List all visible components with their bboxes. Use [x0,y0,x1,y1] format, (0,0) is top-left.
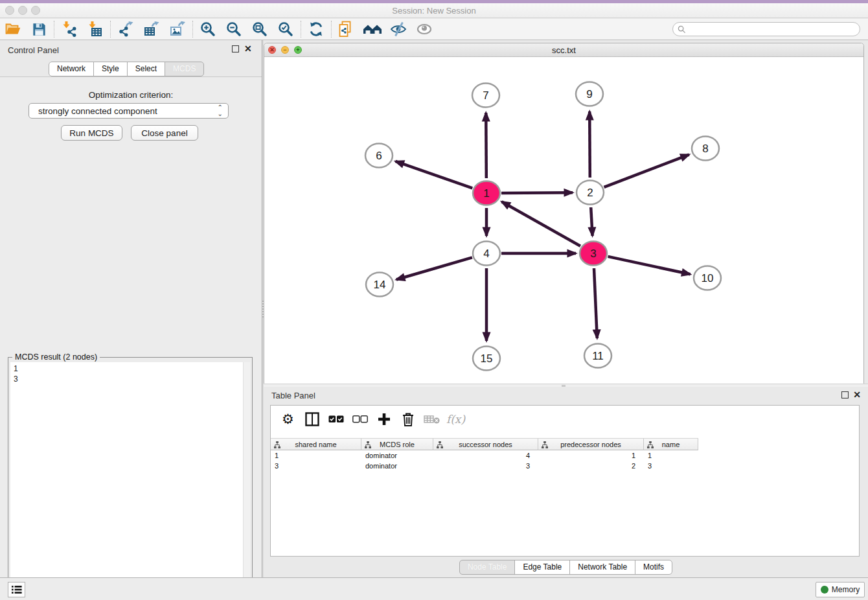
add-column-icon[interactable] [372,408,396,430]
graph-edge-4-14[interactable] [396,257,472,279]
table-cell[interactable]: 3 [644,461,698,471]
hide-selected-icon[interactable] [385,19,411,39]
column-header-name[interactable]: name [644,438,698,450]
run-mcds-button[interactable]: Run MCDS [61,125,122,141]
column-header-successor-nodes[interactable]: successor nodes [433,438,538,450]
graph-edge-2-9[interactable] [589,111,590,178]
graph-node-10[interactable]: 10 [694,266,721,290]
graph-edge-3-1[interactable] [502,202,581,246]
search-input[interactable] [686,23,860,35]
graph-node-6[interactable]: 6 [365,144,393,168]
tab-network[interactable]: Network [49,62,94,76]
mcds-result-box: MCDS result (2 nodes) 13 [8,357,253,600]
table-row[interactable]: 3dominator323 [271,461,859,471]
graph-node-14[interactable]: 14 [366,273,393,297]
table-close-icon[interactable]: ✕ [853,390,861,399]
table-cell[interactable]: dominator [361,461,433,471]
graph-edge-3-10[interactable] [608,257,691,274]
tab-style[interactable]: Style [93,62,128,76]
show-graphics-details-icon[interactable] [411,19,437,39]
column-header-label: name [662,441,680,448]
column-header-shared-name[interactable]: shared name [271,438,361,450]
graph-node-1[interactable]: 1 [473,181,500,205]
table-cell[interactable]: 2 [538,461,644,471]
column-header-MCDS-role[interactable]: MCDS role [361,438,433,450]
search-box[interactable] [672,22,860,36]
table-cell[interactable]: dominator [361,450,433,461]
import-network-icon[interactable] [56,19,82,39]
close-panel-icon[interactable]: ✕ [244,44,252,53]
table-cell[interactable]: 3 [271,461,361,471]
table-tabs: Node TableEdge TableNetwork TableMotifs [264,560,868,575]
delete-column-icon[interactable] [396,408,420,430]
open-session-icon[interactable] [0,19,26,39]
table-cell[interactable]: 1 [271,450,361,461]
function-builder-icon[interactable]: f(x) [444,408,468,430]
tab-motifs[interactable]: Motifs [635,560,672,575]
graph-node-15[interactable]: 15 [473,347,500,371]
optimization-select[interactable]: strongly connected component ⌃⌄ [29,103,229,119]
result-scrollbar[interactable] [243,362,250,599]
tab-node-table[interactable]: Node Table [459,560,516,575]
search-icon [678,25,686,34]
table-toolbar: ⚙ f(x) [271,406,859,433]
delete-table-icon[interactable] [420,408,444,430]
graph-edge-2-8[interactable] [604,155,689,187]
float-panel-icon[interactable] [232,45,239,52]
table-cell[interactable]: 1 [644,450,698,461]
graph-node-7[interactable]: 7 [472,84,499,108]
deselect-all-icon[interactable] [348,408,372,430]
graph-node-label: 15 [481,352,493,365]
tab-edge-table[interactable]: Edge Table [514,560,570,575]
refresh-icon[interactable] [303,19,329,39]
network-canvas[interactable]: 7968124314101511 [264,57,863,384]
export-table-icon[interactable] [139,19,165,39]
zoom-selected-icon[interactable] [273,19,299,39]
graph-edge-2-3[interactable] [591,207,592,236]
column-header-predecessor-nodes[interactable]: predecessor nodes [538,438,644,450]
column-tree-icon [274,441,280,448]
select-all-icon[interactable] [324,408,348,430]
graph-edge-1-7[interactable] [486,113,486,178]
graph-node-4[interactable]: 4 [473,242,500,266]
graph-node-11[interactable]: 11 [584,344,611,368]
gear-icon[interactable]: ⚙ [276,408,300,430]
mcds-result-list[interactable]: 13 [10,362,250,599]
graph-edge-1-2[interactable] [501,192,573,193]
graph-edge-3-11[interactable] [594,268,597,338]
zoom-out-icon[interactable] [221,19,247,39]
graph-node-3[interactable]: 3 [580,242,607,266]
tab-network-table[interactable]: Network Table [569,560,635,575]
table-row[interactable]: 1dominator411 [271,450,859,461]
table-cell[interactable]: 4 [433,450,538,461]
export-image-icon[interactable] [165,19,190,39]
table-cell[interactable]: 3 [433,461,538,471]
table-float-icon[interactable] [841,391,849,398]
titlebar[interactable]: Session: New Session [0,3,868,18]
table-cell[interactable]: 1 [538,450,644,461]
network-window[interactable]: ✕ − + scc.txt 7968124314101511 [264,43,864,384]
toolbar-separator [110,21,111,38]
graph-edge-1-6[interactable] [396,161,473,189]
zoom-in-icon[interactable] [195,19,221,39]
new-network-from-selection-icon[interactable] [334,19,360,39]
import-table-icon[interactable] [82,19,108,39]
save-session-icon[interactable] [26,19,52,39]
network-window-titlebar[interactable]: ✕ − + scc.txt [264,43,863,57]
memory-button[interactable]: Memory [816,582,865,597]
close-panel-button[interactable]: Close panel [131,125,198,141]
control-panel-title: Control Panel [8,45,59,55]
optimization-criterion-label: Optimization criterion: [0,90,262,100]
zoom-fit-icon[interactable] [247,19,273,39]
tab-mcds[interactable]: MCDS [165,62,204,76]
export-network-icon[interactable] [113,19,139,39]
graph-node-9[interactable]: 9 [576,82,603,106]
task-history-button[interactable] [8,582,25,597]
graph-node-2[interactable]: 2 [577,181,604,205]
toolbar-separator [192,21,193,38]
split-columns-icon[interactable] [300,408,324,430]
first-neighbors-icon[interactable] [360,19,385,39]
graph-node-8[interactable]: 8 [692,137,719,161]
window-title: Session: New Session [0,6,868,16]
tab-select[interactable]: Select [127,62,165,76]
